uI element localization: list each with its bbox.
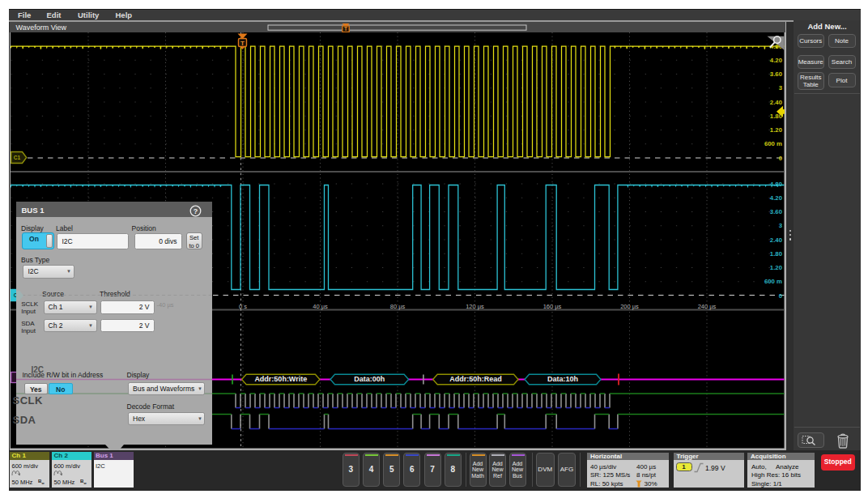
svg-text:600 m: 600 m xyxy=(764,140,782,147)
svg-text:3: 3 xyxy=(779,222,783,229)
svg-text:0 s: 0 s xyxy=(239,303,247,310)
svg-text:3.60: 3.60 xyxy=(770,70,783,78)
svg-text:200 µs: 200 µs xyxy=(620,303,639,310)
svg-text:600 m: 600 m xyxy=(764,278,782,285)
svg-text:160 µs: 160 µs xyxy=(543,303,562,310)
svg-text:Data:10h: Data:10h xyxy=(547,375,578,383)
svg-text:C1: C1 xyxy=(14,155,21,160)
svg-text:Addr:50h:Read: Addr:50h:Read xyxy=(449,375,502,383)
svg-text:80 µs: 80 µs xyxy=(390,303,406,310)
svg-text:4.80: 4.80 xyxy=(770,181,783,188)
svg-text:1.80: 1.80 xyxy=(770,250,783,258)
svg-text:4.20: 4.20 xyxy=(770,57,783,64)
svg-text:3: 3 xyxy=(779,84,783,92)
svg-text:1.20: 1.20 xyxy=(770,264,783,271)
svg-text:40 µs: 40 µs xyxy=(313,303,328,310)
svg-text:T: T xyxy=(344,26,347,32)
svg-text:2.40: 2.40 xyxy=(770,99,783,106)
svg-text:240 µs: 240 µs xyxy=(698,303,717,310)
svg-text:w: w xyxy=(41,481,45,484)
svg-text:T: T xyxy=(240,40,245,47)
svg-text:0: 0 xyxy=(779,155,783,162)
svg-text:1.80: 1.80 xyxy=(770,113,783,120)
svg-text:3.60: 3.60 xyxy=(770,208,783,215)
svg-text:0: 0 xyxy=(779,292,783,300)
svg-text:Addr:50h:Write: Addr:50h:Write xyxy=(254,375,307,383)
svg-text:?: ? xyxy=(194,207,198,215)
svg-text:4.20: 4.20 xyxy=(770,194,783,202)
svg-text:1.20: 1.20 xyxy=(770,126,783,134)
svg-text:Data:00h: Data:00h xyxy=(354,375,385,383)
svg-text:2.40: 2.40 xyxy=(770,236,783,244)
svg-text:w: w xyxy=(83,481,87,484)
svg-text:120 µs: 120 µs xyxy=(466,303,484,310)
